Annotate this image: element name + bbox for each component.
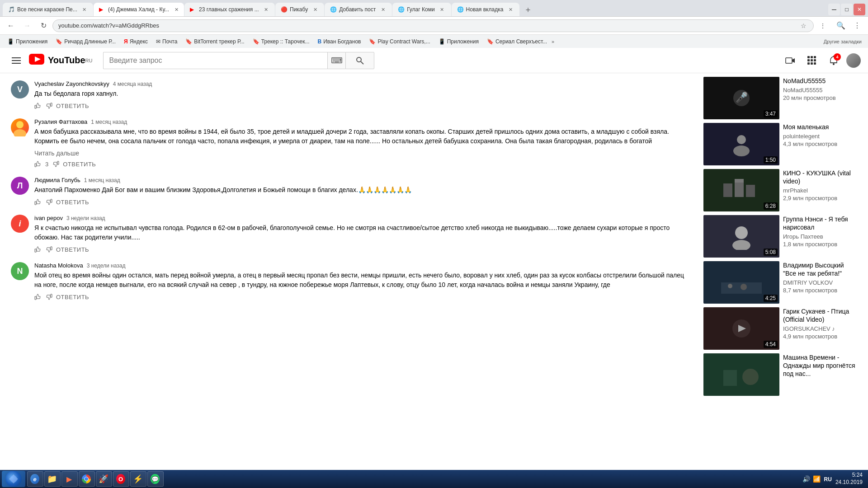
sidebar-video-item[interactable]: 4:25 Владимир Высоцкий "Все не так ребят… [703,261,861,304]
chrome-taskbar-item[interactable] [79,471,95,487]
hamburger-menu-button[interactable] [7,52,25,70]
search-button[interactable] [345,52,374,69]
comment-text: Да ты бедолага горя хапнул. [34,89,685,99]
like-button[interactable] [34,293,42,300]
bookmark-mail[interactable]: ✉ Почта [152,38,181,46]
tab-2[interactable]: ▶ (4) Джемма Халид - Ку... ✕ [94,3,184,16]
svg-rect-30 [735,181,744,197]
forward-button[interactable]: → [20,19,34,33]
reply-button[interactable]: ОТВЕТИТЬ [56,294,89,300]
bookmark-icon: 🔖 [253,38,259,45]
bookmark-serial[interactable]: 🔖 Сериал Сверхъест... [483,38,551,46]
bookmark-play-contract[interactable]: 🔖 Play Contract Wars,... [365,38,434,46]
like-button[interactable] [34,102,42,109]
tab-5-close[interactable]: ✕ [379,6,387,13]
youtube-logo[interactable]: YouTubeRU [29,53,92,68]
media-player-taskbar-item[interactable]: ▶ [61,471,78,487]
close-window-button[interactable]: ✕ [854,4,865,15]
dislike-button[interactable] [45,293,52,300]
new-tab-button[interactable]: ＋ [522,3,534,16]
tab-2-close[interactable]: ✕ [173,6,180,13]
like-button[interactable] [34,198,42,206]
whatsapp-taskbar-item[interactable]: 💬 [147,471,164,487]
reply-button[interactable]: ОТВЕТИТЬ [56,103,89,109]
extensions-button[interactable]: ⋮ [816,19,830,33]
tab-3[interactable]: ▶ 23 главных сражения ... ✕ [184,3,275,16]
network-icon[interactable]: 📶 [813,475,821,483]
tab-7-close[interactable]: ✕ [507,6,514,13]
sidebar-video-item[interactable]: 5:08 Группа Нэнси - Я тебя нарисовал Иго… [703,215,861,258]
maximize-button[interactable]: □ [841,4,853,15]
dislike-button[interactable] [45,198,52,206]
tab-7[interactable]: 🌐 Новая вкладка ✕ [452,3,520,16]
bookmark-label: Приложения [447,38,479,45]
upload-button[interactable] [781,52,799,70]
sidebar-video-item[interactable]: 🎤 3:47 NoMadU55555 NoMadU55555 20 млн пр… [703,77,861,119]
bookmark-yandex[interactable]: Я Яндекс [120,38,151,46]
reply-button[interactable]: ОТВЕТИТЬ [63,161,96,168]
comment-author[interactable]: Рузалия Фаттахова [34,118,87,125]
bookmark-tracker[interactable]: 🔖 Трекер :: Тарочек... [249,38,313,46]
sidebar-video-item[interactable]: 1:50 Моя маленькая poluintelegent 4,3 мл… [703,123,861,165]
comment-author[interactable]: Людмила Голубь [34,177,80,183]
like-button[interactable] [34,246,42,253]
sidebar-video-item[interactable]: Машина Времени - Однажды мир прогнётся п… [703,353,861,396]
bookmark-ivan[interactable]: В Иван Богданов [314,38,365,46]
search-icon[interactable]: 🔍 [834,19,848,33]
volume-icon[interactable]: 🔊 [802,475,810,483]
reply-button[interactable]: ОТВЕТИТЬ [56,246,89,253]
bookmark-richard[interactable]: 🔖 Ричард Длинные Р... [52,38,119,46]
app5-taskbar-item[interactable]: 🚀 [96,471,112,487]
read-more-link[interactable]: Читать дальше [34,150,685,157]
comment-avatar: V [11,80,29,99]
tab-5[interactable]: 🌐 Добавить пост ✕ [325,3,392,16]
browser-menu-button[interactable]: ⋮ [850,19,864,33]
comment-text: Я к счастью никогда не испытывал чувства… [34,223,685,242]
tab-3-close[interactable]: ✕ [263,6,270,13]
bookmark-apps-1[interactable]: 📱 Приложения [4,38,51,46]
bookmark-apps-2[interactable]: 📱 Приложения [435,38,482,46]
svg-rect-13 [811,59,813,61]
comment-item: N Natasha Molokova 3 недели назад Мой от… [11,262,685,300]
like-button[interactable] [34,160,42,168]
back-button[interactable]: ← [4,19,18,33]
tab-6[interactable]: 🌐 Гулаг Коми ✕ [392,3,451,16]
comment-avatar: Л [11,177,29,195]
tab-6-close[interactable]: ✕ [439,6,446,13]
bookmark-bittorrent[interactable]: 🔖 BitTorrent трекер Р... [182,38,248,46]
svg-rect-10 [811,56,813,58]
address-bar[interactable]: youtube.com/watch?v=aMGddgRRbes ☆ [52,19,814,32]
sidebar-video-item[interactable]: 4:54 Гарик Сукачев - Птица (Official Vid… [703,307,861,350]
start-button[interactable] [2,471,25,487]
taskbar: e 📁 ▶ 🚀 O ⚡ [0,470,868,488]
tab-4[interactable]: 🔴 Пикабу ✕ [275,3,324,16]
tab-1-close[interactable]: ✕ [81,6,88,13]
bookmark-star-icon[interactable]: ☆ [799,21,808,30]
ie-taskbar-item[interactable]: e [27,471,43,487]
dislike-button[interactable] [45,102,52,109]
user-avatar[interactable] [846,53,861,68]
dislike-button[interactable] [45,246,52,253]
other-bookmarks[interactable]: Другие закладки [821,38,864,45]
flashget-taskbar-item[interactable]: ⚡ [130,471,146,487]
comment-actions: 3 ОТВЕТИТЬ [34,160,685,168]
reload-button[interactable]: ↻ [36,19,51,33]
dislike-button[interactable] [52,160,59,168]
svg-point-26 [737,135,746,144]
keyboard-icon[interactable]: ⌨ [327,52,345,69]
video-info: Владимир Высоцкий "Все не так ребята!" D… [779,261,861,304]
explorer-taskbar-item[interactable]: 📁 [44,471,61,487]
notifications-button[interactable]: 4 [825,52,843,70]
opera-taskbar-item[interactable]: O [113,471,129,487]
comment-author[interactable]: Natasha Molokova [34,262,83,269]
comment-author[interactable]: Vyacheslav Zayonchkovskyy [34,80,109,87]
tab-4-close[interactable]: ✕ [311,6,319,13]
minimize-button[interactable]: ─ [828,4,840,15]
reply-button[interactable]: ОТВЕТИТЬ [56,199,89,206]
tab-1[interactable]: 🎵 Все песни караоке Пе... ✕ [3,3,93,16]
apps-button[interactable] [803,52,821,70]
search-input[interactable] [103,52,327,69]
sidebar-video-item[interactable]: 6:28 КИНО - КУКУШКА (vital video) mrPhak… [703,169,861,211]
comment-author[interactable]: ivan pepov [34,215,63,221]
video-views: 2,9 млн просмотров [783,195,857,202]
